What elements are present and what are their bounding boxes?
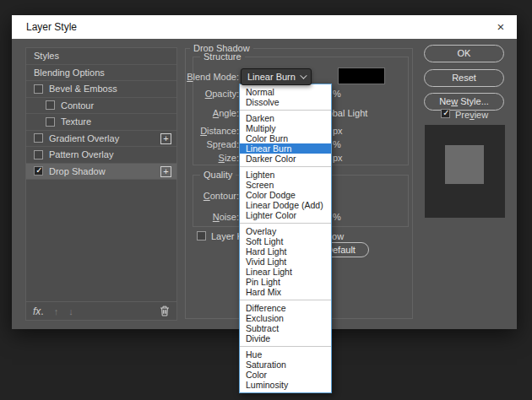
blend-mode-label: Blend Mode: (138, 72, 239, 82)
noise-label: Noise: (138, 212, 239, 222)
sidebar-item-label: Blending Options (34, 68, 105, 78)
contour-label: Contour: (138, 191, 239, 201)
blend-option-exclusion[interactable]: Exclusion (240, 313, 331, 323)
sidebar-footer: fx ↑ ↓ (26, 301, 176, 320)
blend-option-color-burn[interactable]: Color Burn (240, 133, 331, 143)
sidebar-item-label: Styles (34, 51, 59, 61)
preview-thumbnail-layer (445, 145, 484, 184)
blend-option-linear-dodge-add[interactable]: Linear Dodge (Add) (240, 200, 331, 210)
blend-option-hard-mix[interactable]: Hard Mix (240, 287, 331, 297)
dialog-titlebar[interactable]: Layer Style × (12, 15, 517, 39)
move-up-icon[interactable]: ↑ (54, 306, 59, 316)
sidebar-item-drop-shadow[interactable]: Drop Shadow+ (26, 164, 176, 181)
sidebar-item-label: Drop Shadow (49, 166, 106, 176)
blend-option-difference[interactable]: Difference (240, 303, 331, 313)
blend-mode-dropdown-list: NormalDissolveDarkenMultiplyColor BurnLi… (239, 84, 332, 393)
size-unit: px (333, 153, 343, 163)
pattern-overlay-checkbox[interactable] (34, 150, 43, 159)
blend-option-dissolve[interactable]: Dissolve (240, 97, 331, 107)
preview-checkbox[interactable] (441, 109, 450, 118)
blend-option-subtract[interactable]: Subtract (240, 323, 331, 333)
angle-label: Angle: (138, 108, 239, 118)
blend-option-linear-light[interactable]: Linear Light (240, 267, 331, 277)
shadow-color-swatch[interactable] (338, 68, 385, 84)
blend-option-linear-burn[interactable]: Linear Burn (240, 143, 331, 154)
opacity-label: Opacity: (138, 89, 239, 99)
noise-unit: % (333, 212, 341, 222)
sidebar-item-styles[interactable]: Styles (26, 48, 176, 65)
blend-option-soft-light[interactable]: Soft Light (240, 236, 331, 246)
contour-checkbox[interactable] (46, 100, 55, 110)
blend-option-hue[interactable]: Hue (240, 349, 331, 359)
blend-option-divide[interactable]: Divide (240, 333, 331, 343)
texture-checkbox[interactable] (46, 117, 55, 127)
move-down-icon[interactable]: ↓ (68, 306, 73, 316)
sidebar-item-label: Bevel & Emboss (49, 84, 117, 94)
blend-option-darker-color[interactable]: Darker Color (240, 154, 331, 164)
opacity-unit: % (333, 89, 341, 99)
blend-option-color[interactable]: Color (240, 370, 331, 380)
blend-option-multiply[interactable]: Multiply (240, 123, 331, 133)
spread-unit: % (333, 139, 341, 149)
blend-option-vivid-light[interactable]: Vivid Light (240, 257, 331, 267)
drop-shadow-checkbox[interactable] (34, 166, 43, 176)
new-style-button[interactable]: New Style... (424, 93, 504, 111)
knockout-checkbox[interactable] (197, 231, 206, 241)
blend-mode-value: Linear Burn (247, 72, 296, 82)
blend-option-pin-light[interactable]: Pin Light (240, 277, 331, 287)
preview-thumbnail (425, 125, 505, 218)
blend-option-luminosity[interactable]: Luminosity (240, 380, 331, 390)
sidebar-item-label: Contour (61, 100, 94, 111)
blend-option-color-dodge[interactable]: Color Dodge (240, 190, 331, 200)
blend-option-lighten[interactable]: Lighten (240, 170, 331, 180)
distance-unit: px (333, 126, 343, 136)
plus-icon[interactable]: + (160, 166, 171, 177)
blend-option-lighter-color[interactable]: Lighter Color (240, 210, 331, 220)
sidebar-item-label: Pattern Overlay (49, 149, 113, 159)
distance-label: Distance: (138, 126, 239, 136)
chevron-down-icon (300, 72, 307, 78)
blend-option-hard-light[interactable]: Hard Light (240, 246, 331, 257)
dialog-title: Layer Style (26, 15, 77, 39)
trash-icon[interactable] (160, 305, 170, 316)
sidebar-item-label: Gradient Overlay (49, 133, 119, 143)
bevel-emboss-checkbox[interactable] (34, 84, 43, 94)
blend-option-saturation[interactable]: Saturation (240, 359, 331, 370)
ok-button[interactable]: OK (424, 45, 504, 62)
blend-option-darken[interactable]: Darken (240, 113, 331, 123)
sidebar-item-label: Texture (61, 116, 91, 127)
reset-button[interactable]: Reset (424, 69, 504, 87)
structure-title: Structure (200, 51, 245, 62)
fx-menu-icon[interactable]: fx (33, 305, 44, 317)
preview-label: Preview (455, 110, 488, 120)
app-background: Layer Style × StylesBlending OptionsBeve… (0, 0, 532, 400)
spread-label: Spread: (138, 139, 239, 149)
quality-title: Quality (200, 170, 236, 180)
blend-mode-select[interactable]: Linear Burn (241, 68, 312, 85)
close-icon[interactable]: × (491, 19, 510, 35)
gradient-overlay-checkbox[interactable] (34, 133, 43, 143)
size-label: Size: (138, 153, 239, 163)
blend-option-overlay[interactable]: Overlay (240, 226, 331, 236)
blend-option-normal[interactable]: Normal (240, 87, 331, 97)
blend-option-screen[interactable]: Screen (240, 180, 331, 190)
